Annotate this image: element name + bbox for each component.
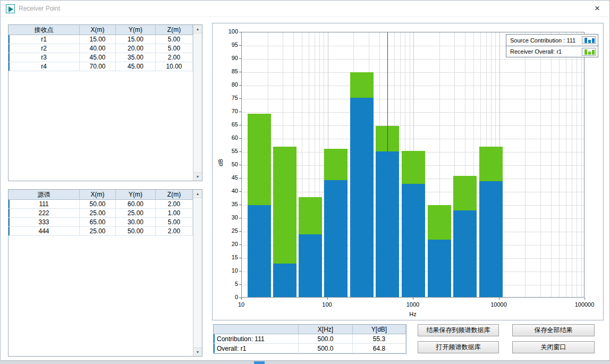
scroll-down-icon[interactable]: ▼ (193, 348, 202, 356)
gridline-v (577, 32, 577, 298)
table-cell[interactable]: 2.00 (156, 200, 193, 209)
table-cell[interactable]: 500.0 (299, 344, 353, 353)
scroll-up-icon[interactable]: ▲ (193, 190, 202, 198)
bar-contribution[interactable] (248, 205, 271, 298)
table-cell[interactable]: r4 (9, 62, 80, 71)
y-tick-label: 85 (215, 68, 238, 74)
bar-overall[interactable] (299, 197, 322, 234)
bar-contribution[interactable] (299, 234, 322, 298)
table-cell[interactable]: 5.00 (156, 44, 193, 53)
table-cell[interactable]: 15.00 (80, 35, 116, 44)
table-row: Contribution: 111500.055.3 (214, 334, 406, 344)
bar-contribution[interactable] (350, 98, 374, 298)
close-icon[interactable]: × (585, 1, 609, 17)
receiver-table-body[interactable]: 接收点X(m)Y(m)Z(m)r115.0015.005.00r240.0020… (9, 25, 193, 181)
table-cell[interactable]: 45.00 (80, 53, 116, 62)
title-bar[interactable]: Receiver Point × (1, 1, 609, 17)
table-cell[interactable]: Overall: r1 (214, 344, 299, 353)
table-cell[interactable]: 2.00 (156, 227, 193, 236)
receiver-scrollbar[interactable]: ▲ ▼ (193, 25, 202, 181)
table-cell[interactable]: r2 (9, 44, 80, 53)
bar-overall[interactable] (350, 72, 374, 98)
bar-overall[interactable] (248, 114, 271, 206)
scrollbar-track[interactable] (193, 33, 202, 172)
column-header: X(m) (80, 190, 116, 200)
plot-area[interactable] (241, 32, 584, 298)
table-cell[interactable]: Contribution: 111 (214, 334, 299, 344)
table-cell[interactable]: 1.00 (156, 209, 193, 218)
source-scrollbar[interactable]: ▲ ▼ (193, 190, 202, 356)
bar-overall[interactable] (324, 149, 348, 180)
table-cell[interactable]: 25.00 (80, 227, 116, 236)
table-cell[interactable]: 40.00 (80, 44, 116, 53)
legend-item-overall[interactable]: Receiver Overall: r1 (506, 46, 598, 57)
table-row: r115.0015.005.00 (9, 35, 193, 44)
table-cell[interactable]: 2.00 (156, 53, 193, 62)
bar-overall[interactable] (402, 151, 425, 184)
bar-contribution[interactable] (273, 264, 296, 298)
table-cell[interactable]: 70.00 (80, 62, 116, 71)
source-table: 源强X(m)Y(m)Z(m)11150.0060.002.0022225.002… (8, 189, 202, 357)
source-table-body[interactable]: 源强X(m)Y(m)Z(m)11150.0060.002.0022225.002… (9, 190, 193, 356)
table-cell[interactable]: 45.00 (116, 62, 156, 71)
table-header-row: 源强X(m)Y(m)Z(m) (9, 190, 193, 200)
receiver-table: 接收点X(m)Y(m)Z(m)r115.0015.005.00r240.0020… (8, 24, 202, 181)
table-cell[interactable]: 35.00 (116, 53, 156, 62)
legend-item-contribution[interactable]: Source Contribution : 111 (506, 35, 598, 46)
open-spectrum-db-button[interactable]: 打开频谱数据库 (418, 341, 499, 353)
gridline-v (400, 32, 401, 298)
scroll-down-icon[interactable]: ▼ (193, 172, 202, 181)
y-tick-label: 75 (215, 95, 238, 101)
chart-cursor[interactable] (387, 32, 388, 151)
table-cell[interactable]: 60.00 (116, 200, 156, 209)
gridline-v (581, 32, 582, 298)
bar-series-icon (582, 48, 596, 56)
table-cell[interactable]: 333 (9, 218, 80, 227)
table-cell[interactable]: 500.0 (299, 334, 353, 344)
bar-contribution[interactable] (376, 151, 399, 298)
table-cell[interactable]: 444 (9, 227, 80, 236)
bar-overall[interactable] (428, 205, 451, 240)
table-cell[interactable]: 25.00 (80, 209, 116, 218)
table-cell[interactable]: 25.00 (116, 209, 156, 218)
table-cell[interactable]: 64.8 (353, 344, 406, 353)
scrollbar-track[interactable] (193, 198, 202, 348)
bar-contribution[interactable] (479, 181, 503, 298)
table-cell[interactable]: 55.3 (353, 334, 406, 344)
table-cell[interactable]: 222 (9, 209, 80, 218)
y-tick-label: 35 (215, 201, 238, 207)
column-header: Z(m) (156, 190, 193, 200)
y-tick-label: 70 (215, 108, 238, 114)
scroll-up-icon[interactable]: ▲ (193, 25, 202, 33)
y-tick-label: 40 (215, 188, 238, 194)
bar-contribution[interactable] (324, 180, 348, 298)
table-cell[interactable]: 20.00 (116, 44, 156, 53)
table-cell[interactable]: 5.00 (156, 35, 193, 44)
bar-contribution[interactable] (402, 184, 425, 298)
save-all-results-button[interactable]: 保存全部结果 (512, 324, 595, 336)
readout-table-body[interactable]: X[Hz]Y[dB]Contribution: 111500.055.3Over… (214, 325, 406, 353)
bar-overall[interactable] (479, 147, 503, 181)
table-cell[interactable]: 10.00 (156, 62, 193, 71)
gridline-v (551, 32, 552, 298)
table-cell[interactable]: 50.00 (80, 200, 116, 209)
bar-contribution[interactable] (428, 240, 451, 298)
table-row: 33365.0030.005.00 (9, 218, 193, 227)
bar-overall[interactable] (273, 147, 296, 264)
table-cell[interactable]: r1 (9, 35, 80, 44)
bar-overall[interactable] (453, 176, 477, 210)
close-window-button[interactable]: 关闭窗口 (512, 341, 595, 353)
table-row: r470.0045.0010.00 (9, 62, 193, 71)
x-tick-mark (241, 298, 242, 300)
table-row: r240.0020.005.00 (9, 44, 193, 53)
table-cell[interactable]: 30.00 (116, 218, 156, 227)
table-cell[interactable]: 65.00 (80, 218, 116, 227)
table-cell[interactable]: 15.00 (116, 35, 156, 44)
bar-contribution[interactable] (453, 210, 477, 298)
table-cell[interactable]: 5.00 (156, 218, 193, 227)
table-cell[interactable]: r3 (9, 53, 80, 62)
save-to-spectrum-db-button[interactable]: 结果保存到频谱数据库 (418, 324, 499, 336)
table-cell[interactable]: 50.00 (116, 227, 156, 236)
chart-legend[interactable]: Source Contribution : 111 Receiver Overa… (506, 34, 598, 57)
table-cell[interactable]: 111 (9, 200, 80, 209)
